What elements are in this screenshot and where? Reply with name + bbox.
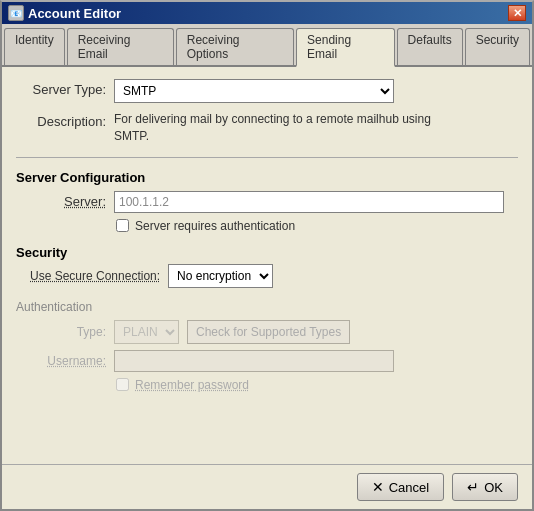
tab-sending-email[interactable]: Sending Email — [296, 28, 395, 67]
check-supported-types-button: Check for Supported Types — [187, 320, 350, 344]
ok-button[interactable]: ↵ OK — [452, 473, 518, 501]
username-row: Username: — [16, 350, 518, 372]
server-type-label: Server Type: — [16, 79, 106, 97]
username-input — [114, 350, 394, 372]
remember-password-row: Remember password — [116, 378, 518, 392]
security-section: Security Use Secure Connection: No encry… — [16, 245, 518, 288]
use-secure-label: Use Secure Connection: — [30, 269, 160, 283]
window-title: Account Editor — [28, 6, 121, 21]
auth-checkbox-row: Server requires authentication — [116, 219, 518, 233]
username-label: Username: — [16, 354, 106, 368]
auth-type-row: Type: PLAIN Check for Supported Types — [16, 320, 518, 344]
authentication-section: Authentication Type: PLAIN Check for Sup… — [16, 300, 518, 392]
tab-defaults[interactable]: Defaults — [397, 28, 463, 65]
auth-type-label: Type: — [16, 325, 106, 339]
server-input[interactable] — [114, 191, 504, 213]
account-editor-window: 📧 Account Editor ✕ Identity Receiving Em… — [0, 0, 534, 511]
remember-password-label: Remember password — [135, 378, 249, 392]
auth-type-select: PLAIN — [114, 320, 179, 344]
description-label: Description: — [16, 111, 106, 129]
ok-label: OK — [484, 480, 503, 495]
tab-receiving-options[interactable]: Receiving Options — [176, 28, 294, 65]
cancel-label: Cancel — [389, 480, 429, 495]
title-bar: 📧 Account Editor ✕ — [2, 2, 532, 24]
server-type-row: Server Type: SMTP — [16, 79, 518, 103]
server-type-select[interactable]: SMTP — [114, 79, 394, 103]
close-button[interactable]: ✕ — [508, 5, 526, 21]
tab-receiving-email[interactable]: Receiving Email — [67, 28, 174, 65]
description-text: For delivering mail by connecting to a r… — [114, 111, 434, 145]
tab-security[interactable]: Security — [465, 28, 530, 65]
auth-checkbox-label: Server requires authentication — [135, 219, 295, 233]
tab-identity[interactable]: Identity — [4, 28, 65, 65]
server-config-title: Server Configuration — [16, 170, 518, 185]
remember-password-checkbox — [116, 378, 129, 391]
cancel-button[interactable]: ✕ Cancel — [357, 473, 444, 501]
auth-title: Authentication — [16, 300, 518, 314]
server-label: Server: — [16, 191, 106, 209]
server-row: Server: — [16, 191, 518, 213]
separator-1 — [16, 157, 518, 158]
security-title: Security — [16, 245, 518, 260]
server-config-section: Server Configuration Server: Server requ… — [16, 170, 518, 233]
tab-content: Server Type: SMTP Description: For deliv… — [2, 67, 532, 464]
ok-icon: ↵ — [467, 479, 479, 495]
bottom-bar: ✕ Cancel ↵ OK — [2, 464, 532, 509]
description-row: Description: For delivering mail by conn… — [16, 111, 518, 145]
tab-bar: Identity Receiving Email Receiving Optio… — [2, 24, 532, 67]
auth-checkbox[interactable] — [116, 219, 129, 232]
window-icon: 📧 — [8, 5, 24, 21]
cancel-icon: ✕ — [372, 479, 384, 495]
use-secure-row: Use Secure Connection: No encryption SSL… — [30, 264, 518, 288]
encryption-select[interactable]: No encryption SSL/TLS STARTTLS — [168, 264, 273, 288]
